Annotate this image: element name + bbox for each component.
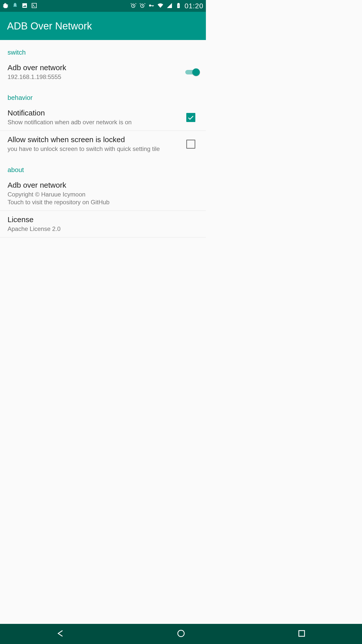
pref-about-app[interactable]: Adb over network Copyright © Haruue Icym… bbox=[0, 176, 206, 211]
battery-charging-icon bbox=[175, 3, 182, 10]
page-title: ADB Over Network bbox=[7, 20, 92, 32]
svg-point-2 bbox=[149, 5, 151, 7]
divider bbox=[0, 237, 206, 237]
pref-notification[interactable]: Notification Show notification when adb … bbox=[0, 104, 206, 131]
notification-app-icon bbox=[12, 3, 18, 10]
image-icon bbox=[22, 3, 28, 10]
alarm-icon bbox=[130, 3, 136, 10]
section-header-behavior: behavior bbox=[0, 85, 206, 104]
checkbox-checked-icon[interactable] bbox=[186, 113, 195, 122]
wifi-icon bbox=[157, 3, 163, 10]
pref-summary: you have to unlock screen to switch with… bbox=[8, 145, 181, 153]
pref-title: Adb over network bbox=[8, 181, 193, 189]
checkbox-unchecked-icon[interactable] bbox=[186, 140, 195, 149]
terminal-icon bbox=[31, 3, 37, 10]
debug-icon bbox=[3, 3, 9, 10]
pref-adb-over-network-switch[interactable]: Adb over network 192.168.1.198:5555 bbox=[0, 59, 206, 85]
pref-title: Allow switch when screen is locked bbox=[8, 135, 181, 144]
app-bar: ADB Over Network bbox=[0, 12, 206, 40]
alarm-icon-2 bbox=[139, 3, 145, 10]
pref-summary: Apache License 2.0 bbox=[8, 225, 193, 233]
pref-license[interactable]: License Apache License 2.0 bbox=[0, 211, 206, 237]
pref-allow-switch-locked[interactable]: Allow switch when screen is locked you h… bbox=[0, 131, 206, 157]
signal-icon bbox=[166, 3, 172, 10]
section-header-switch: switch bbox=[0, 40, 206, 59]
status-clock: 01:20 bbox=[185, 2, 203, 10]
switch-toggle[interactable] bbox=[185, 68, 198, 76]
pref-title: Notification bbox=[8, 109, 181, 117]
section-header-about: about bbox=[0, 157, 206, 176]
pref-summary: 192.168.1.198:5555 bbox=[8, 73, 180, 81]
pref-summary: Copyright © Haruue Icymoon Touch to visi… bbox=[8, 190, 193, 206]
settings-list: switch Adb over network 192.168.1.198:55… bbox=[0, 40, 206, 237]
pref-title: License bbox=[8, 215, 193, 224]
pref-summary: Show notification when adb over network … bbox=[8, 118, 181, 126]
status-bar: 01:20 bbox=[0, 0, 206, 12]
pref-title: Adb over network bbox=[8, 63, 180, 72]
vpn-key-icon bbox=[148, 3, 154, 10]
